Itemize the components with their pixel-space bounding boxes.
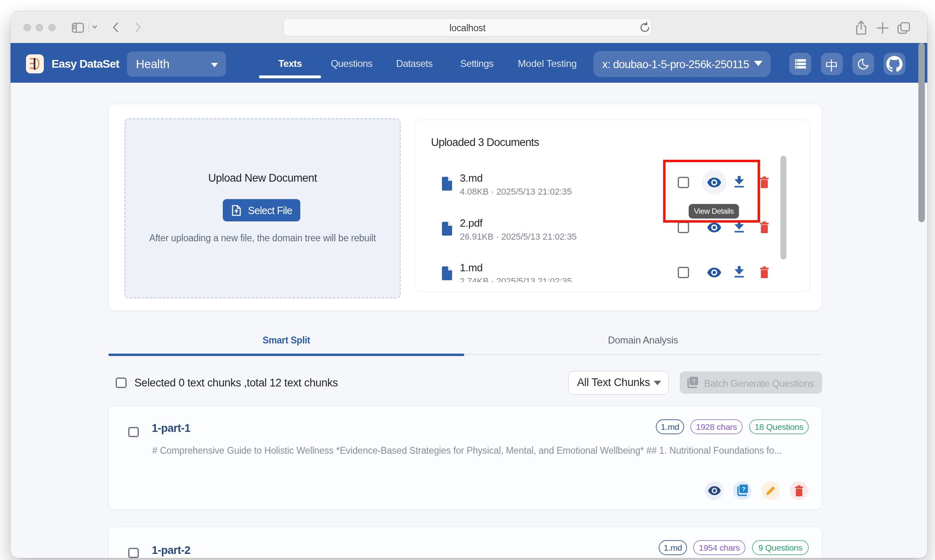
svg-text:?: ?: [742, 485, 745, 492]
svg-text:?: ?: [692, 378, 696, 384]
